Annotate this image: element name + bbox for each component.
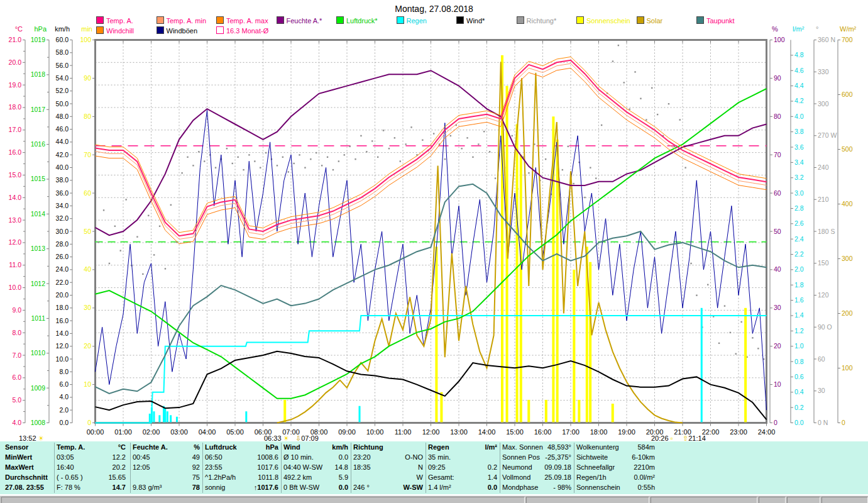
svg-text:54.0: 54.0 <box>56 74 69 82</box>
svg-text:50.0: 50.0 <box>56 100 69 108</box>
svg-text:min: min <box>81 25 92 33</box>
svg-text:60: 60 <box>774 189 781 197</box>
svg-text:300: 300 <box>842 255 853 262</box>
svg-text:240: 240 <box>818 163 829 171</box>
axis-kmh: km/h0.02.04.06.08.010.012.014.016.018.02… <box>55 25 72 426</box>
svg-text:20.0: 20.0 <box>9 58 22 66</box>
svg-text:3.2: 3.2 <box>794 174 804 181</box>
svg-text:40: 40 <box>774 265 781 273</box>
svg-text:150: 150 <box>818 259 829 267</box>
series-regen <box>96 316 767 423</box>
svg-text:48.0: 48.0 <box>56 113 69 120</box>
svg-text:4.0: 4.0 <box>12 419 21 426</box>
svg-text:90 O: 90 O <box>818 323 832 331</box>
table-cell: 12.2 <box>44 453 126 461</box>
table-cell: Richtung <box>353 443 383 451</box>
table-cell: 75 <box>118 473 200 481</box>
x-tick-label: 17:00 <box>562 428 580 436</box>
svg-text:180 S: 180 S <box>818 228 835 235</box>
x-tick-label: 13:00 <box>450 428 468 436</box>
table-cell: 0:55h <box>573 484 655 491</box>
svg-text:50: 50 <box>84 228 91 235</box>
svg-text:1013: 1013 <box>31 245 46 252</box>
svg-text:80: 80 <box>84 113 91 120</box>
svg-text:1.2: 1.2 <box>794 327 804 334</box>
svg-text:300: 300 <box>818 100 829 108</box>
svg-text:2.4: 2.4 <box>794 235 804 243</box>
svg-text:2.8: 2.8 <box>794 204 804 212</box>
svg-text:1014: 1014 <box>31 210 46 218</box>
series-sonnenschein <box>283 55 747 423</box>
svg-text:4.6: 4.6 <box>794 67 804 74</box>
svg-text:60: 60 <box>84 189 91 197</box>
svg-text:1016: 1016 <box>31 140 46 148</box>
svg-text:4.2: 4.2 <box>794 97 804 104</box>
svg-text:330: 330 <box>818 68 829 75</box>
x-tick-label: 19:00 <box>618 428 635 436</box>
x-tick-label: 11:00 <box>395 428 412 436</box>
svg-text:56.0: 56.0 <box>56 62 69 69</box>
svg-text:400: 400 <box>842 200 853 207</box>
table-cell: N <box>341 463 423 471</box>
x-tick-label: 02:00 <box>143 428 160 436</box>
svg-text:20: 20 <box>84 342 91 350</box>
svg-text:30.0: 30.0 <box>56 228 69 235</box>
svg-text:0.8: 0.8 <box>794 358 804 365</box>
svg-text:4.8: 4.8 <box>794 51 804 58</box>
svg-text:2.0: 2.0 <box>794 265 804 273</box>
table-cell: 27.08. 23:55 <box>5 484 44 491</box>
table-cell: 20.2 <box>44 463 126 471</box>
svg-text:40: 40 <box>84 265 91 273</box>
table-cell: 14.8 <box>266 463 348 471</box>
svg-text:1011: 1011 <box>31 314 45 322</box>
svg-text:210: 210 <box>818 196 829 203</box>
svg-text:4.0: 4.0 <box>59 393 69 401</box>
table-cell: 584m <box>573 443 655 451</box>
svg-text:1019: 1019 <box>31 36 46 43</box>
svg-text:14.0: 14.0 <box>56 329 69 337</box>
svg-text:0.0: 0.0 <box>59 419 69 426</box>
table-cell: 0.0 <box>266 453 348 461</box>
svg-text:5.0: 5.0 <box>12 396 21 404</box>
table-cell: W-SW <box>341 484 423 491</box>
svg-text:0.6: 0.6 <box>794 373 804 380</box>
x-tick-label: 23:00 <box>730 428 747 436</box>
stats-table: SensorMinWertMaxWertDurchschnitt27.08. 2… <box>0 441 868 494</box>
x-tick-label: 16:00 <box>534 428 552 436</box>
svg-text:120: 120 <box>818 291 829 299</box>
svg-text:21.0: 21.0 <box>9 36 22 43</box>
x-tick-label: 10:00 <box>366 428 384 436</box>
svg-text:60.0: 60.0 <box>56 36 69 43</box>
svg-text:60: 60 <box>818 355 825 363</box>
svg-text:km/h: km/h <box>55 25 70 33</box>
table-cell: 25.09.18 <box>490 473 571 481</box>
x-tick-label: 15:00 <box>506 428 524 436</box>
table-cell: 5.9 <box>266 473 348 481</box>
svg-text:26.0: 26.0 <box>56 253 69 260</box>
svg-text:1.4: 1.4 <box>794 311 804 319</box>
axis-hpa: hPa1008100910101011101210131014101510161… <box>31 25 49 426</box>
table-cell: Durchschnitt <box>5 473 48 481</box>
svg-text:30: 30 <box>774 304 781 311</box>
svg-text:34.0: 34.0 <box>56 202 69 209</box>
table-cell: 2210m <box>573 463 655 471</box>
svg-text:2.6: 2.6 <box>794 219 804 227</box>
svg-text:42.0: 42.0 <box>56 151 69 158</box>
table-cell: - 98% <box>490 484 571 491</box>
svg-text:200: 200 <box>842 309 853 317</box>
svg-text:44.0: 44.0 <box>56 138 69 145</box>
svg-text:19.0: 19.0 <box>9 81 22 89</box>
svg-text:6.0: 6.0 <box>59 380 69 388</box>
svg-text:80: 80 <box>774 113 781 120</box>
table-cell: 0.0l/m² <box>573 473 655 481</box>
status-bar-panel <box>759 497 786 503</box>
svg-text:1010: 1010 <box>31 349 46 357</box>
svg-text:1015: 1015 <box>31 175 46 182</box>
svg-text:4.4: 4.4 <box>794 82 804 89</box>
x-tick-label: 03:00 <box>170 428 188 436</box>
svg-text:36.0: 36.0 <box>56 189 69 197</box>
svg-text:1008: 1008 <box>31 419 46 426</box>
x-tick-label: 04:00 <box>199 428 216 436</box>
svg-text:17.0: 17.0 <box>9 126 22 133</box>
svg-text:1009: 1009 <box>31 384 46 392</box>
